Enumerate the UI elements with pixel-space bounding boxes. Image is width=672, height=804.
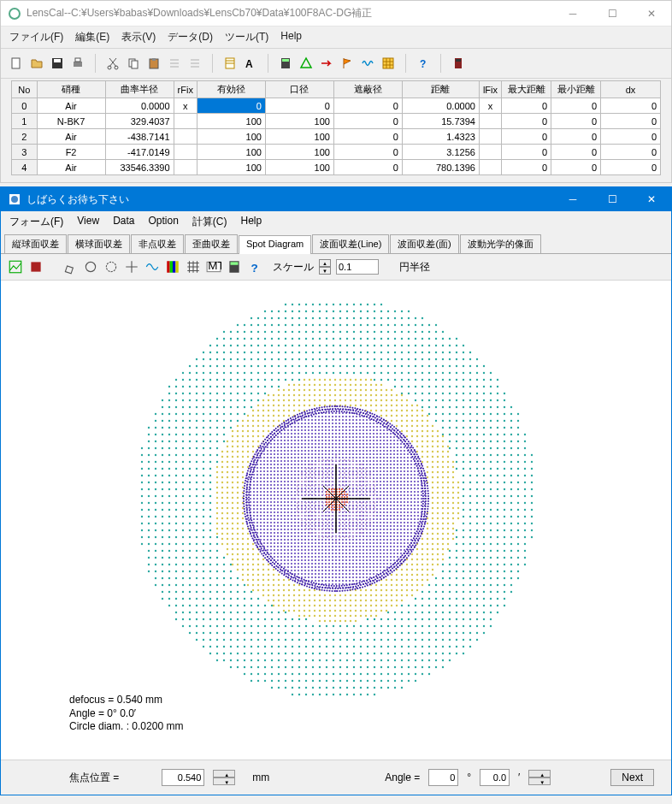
- col-blk[interactable]: 遮蔽径: [333, 81, 402, 98]
- svg-point-2785: [369, 436, 371, 438]
- col-dx[interactable]: dx: [601, 81, 661, 98]
- maximize-button[interactable]: ☐: [592, 1, 632, 27]
- col-no[interactable]: No: [12, 81, 38, 98]
- sub-menu-view[interactable]: View: [77, 215, 99, 229]
- col-glass[interactable]: 硝種: [37, 81, 105, 98]
- svg-point-5137: [245, 494, 247, 495]
- col-rfix[interactable]: rFix: [174, 81, 197, 98]
- cross-icon[interactable]: [124, 259, 139, 275]
- device-icon[interactable]: [450, 55, 467, 72]
- close-button[interactable]: ✕: [632, 1, 671, 27]
- sub-close-button[interactable]: ✕: [632, 187, 671, 211]
- mtf-icon[interactable]: MTF: [206, 259, 221, 275]
- focus-input[interactable]: [162, 769, 204, 786]
- table-row[interactable]: 2Air-438.714110010001.4323000: [12, 129, 661, 145]
- svg-point-3120: [260, 464, 262, 465]
- col-radius[interactable]: 曲率半径: [105, 81, 174, 98]
- menu-tool[interactable]: ツール(T): [225, 30, 268, 44]
- col-eff[interactable]: 有効径: [197, 81, 265, 98]
- sub-menu-form[interactable]: フォーム(F): [9, 215, 63, 229]
- svg-point-258: [360, 352, 362, 353]
- font-icon[interactable]: A: [242, 55, 259, 72]
- sub-menu-option[interactable]: Option: [148, 215, 178, 229]
- menu-view[interactable]: 表示(V): [121, 30, 156, 44]
- svg-point-5146: [250, 471, 251, 473]
- sub-menu-calc[interactable]: 計算(C): [192, 215, 227, 229]
- col-lfix[interactable]: lFix: [479, 81, 501, 98]
- svg-point-2413: [345, 594, 346, 596]
- svg-point-401: [456, 372, 457, 374]
- list2-icon[interactable]: [186, 55, 203, 72]
- cut-icon[interactable]: [104, 55, 121, 72]
- new-icon[interactable]: [8, 55, 25, 72]
- svg-point-671: [155, 440, 156, 442]
- circle-icon[interactable]: [83, 259, 98, 275]
- angle-spinner[interactable]: ▲▼: [528, 770, 551, 785]
- open-icon[interactable]: [28, 55, 45, 72]
- col-min[interactable]: 最小距離: [551, 81, 601, 98]
- svg-point-4717: [373, 573, 374, 575]
- circle-dot-icon[interactable]: [103, 259, 119, 275]
- tab-7[interactable]: 波動光学的像面: [460, 234, 541, 253]
- scale-spinner[interactable]: ▲▼: [319, 259, 331, 275]
- minimize-button[interactable]: ─: [553, 1, 592, 27]
- svg-point-4593: [308, 563, 309, 565]
- angle-deg-input[interactable]: [428, 769, 458, 786]
- lens-table[interactable]: No 硝種 曲率半径 rFix 有効径 口径 遮蔽径 距離 lFix 最大距離 …: [11, 80, 661, 175]
- list-icon[interactable]: [166, 55, 183, 72]
- col-dist[interactable]: 距離: [402, 81, 479, 98]
- stop-icon[interactable]: [28, 259, 44, 275]
- menu-edit[interactable]: 編集(E): [75, 30, 109, 44]
- wave2-icon[interactable]: [144, 259, 160, 275]
- copy-icon[interactable]: [125, 55, 142, 72]
- rainbow-icon[interactable]: [165, 259, 180, 275]
- menu-file[interactable]: ファイル(F): [9, 30, 63, 44]
- grid-icon[interactable]: [380, 55, 397, 72]
- tab-0[interactable]: 縦球面収差: [4, 234, 67, 253]
- table-row[interactable]: 1N-BK7329.4037100100015.7394000: [12, 114, 661, 129]
- print-icon[interactable]: [69, 55, 86, 72]
- sub-minimize-button[interactable]: ─: [553, 187, 592, 211]
- help-icon[interactable]: ?: [415, 55, 432, 72]
- tab-6[interactable]: 波面収差(面): [390, 234, 458, 253]
- svg-point-367: [223, 372, 225, 374]
- chart-icon[interactable]: [8, 259, 23, 275]
- sub-menu-data[interactable]: Data: [113, 215, 134, 229]
- sub-maximize-button[interactable]: ☐: [592, 187, 632, 211]
- svg-point-5138: [245, 491, 247, 493]
- wave-icon[interactable]: [359, 55, 376, 72]
- table-row[interactable]: 3F2-417.014910010003.1256000: [12, 145, 661, 160]
- col-max[interactable]: 最大距離: [502, 81, 551, 98]
- calc2-icon[interactable]: [227, 259, 242, 275]
- angle-min-input[interactable]: [480, 769, 510, 786]
- paste-icon[interactable]: [145, 55, 162, 72]
- table-row[interactable]: 4Air33546.33901001000780.1396000: [12, 160, 661, 175]
- main-window: LensCal--C:¥Users¥babas¥Downloads¥LensCb…: [0, 0, 672, 183]
- flag-icon[interactable]: [339, 55, 356, 72]
- svg-point-4514: [315, 556, 316, 558]
- help2-icon[interactable]: ?: [247, 259, 262, 275]
- tab-4[interactable]: Spot Diagram: [239, 235, 311, 254]
- tab-1[interactable]: 横球面収差: [68, 234, 130, 253]
- arrow-icon[interactable]: [318, 55, 335, 72]
- menu-data[interactable]: データ(D): [168, 30, 213, 44]
- focus-spinner[interactable]: ▲▼: [213, 770, 235, 785]
- menu-help[interactable]: Help: [280, 30, 302, 44]
- prism-icon[interactable]: [298, 55, 315, 72]
- grid2-icon[interactable]: [186, 259, 201, 275]
- sub-menu-help[interactable]: Help: [241, 215, 262, 229]
- pencil-icon[interactable]: [62, 259, 78, 275]
- col-ap[interactable]: 口径: [265, 81, 333, 98]
- scale-input[interactable]: [336, 259, 379, 275]
- svg-point-197: [209, 345, 211, 346]
- svg-point-3272: [253, 474, 255, 476]
- note-icon[interactable]: [221, 55, 239, 72]
- svg-point-801: [469, 475, 471, 476]
- table-row[interactable]: 0Air0.0000x0000.0000x000: [12, 98, 661, 114]
- tab-2[interactable]: 非点収差: [131, 234, 184, 253]
- next-button[interactable]: Next: [610, 769, 654, 786]
- save-icon[interactable]: [49, 55, 66, 72]
- tab-5[interactable]: 波面収差(Line): [312, 234, 389, 253]
- tab-3[interactable]: 歪曲収差: [185, 234, 238, 253]
- calc-icon[interactable]: [277, 55, 294, 72]
